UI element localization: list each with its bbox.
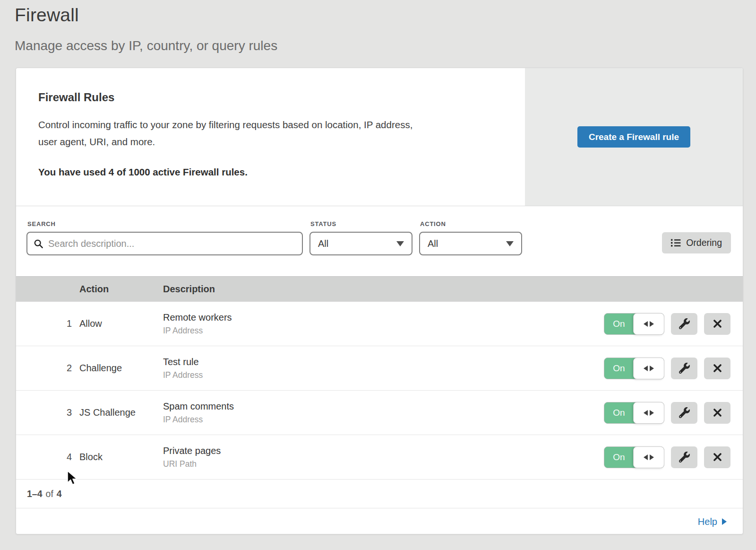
action-group: ACTION All — [419, 220, 522, 255]
close-icon — [713, 408, 722, 417]
table-header: Action Description — [16, 276, 743, 302]
help-arrow-icon — [722, 518, 727, 525]
toggle-knob[interactable] — [633, 313, 664, 335]
close-icon — [713, 453, 722, 462]
rule-action: Challenge — [79, 363, 163, 374]
rules-description-line1: Control incoming traffic to your zone by… — [38, 119, 412, 130]
pagination: 1–4 of 4 — [16, 480, 743, 508]
rule-description: Spam comments — [163, 401, 604, 412]
rule-match-type: IP Address — [163, 415, 604, 425]
page-title: Firewall — [15, 5, 756, 26]
rule-description: Private pages — [163, 445, 604, 456]
rule-toggle[interactable]: On — [604, 446, 664, 468]
action-select-value: All — [428, 238, 438, 249]
delete-rule-button[interactable] — [704, 358, 730, 379]
create-rule-panel: Create a Firewall rule — [525, 68, 743, 206]
rules-usage-count: You have used 4 of 1000 active Firewall … — [38, 166, 497, 178]
status-select[interactable]: All — [309, 232, 412, 255]
action-label: ACTION — [420, 220, 522, 227]
rule-action: Block — [79, 452, 163, 463]
rule-description-cell: Spam comments IP Address — [163, 401, 604, 425]
rule-description-cell: Test rule IP Address — [163, 357, 604, 380]
toggle-on-label: On — [604, 402, 634, 423]
edit-rule-button[interactable] — [671, 402, 697, 424]
chevron-down-icon — [396, 241, 404, 246]
rule-action: Allow — [79, 318, 163, 329]
wrench-icon — [679, 452, 690, 463]
rule-index: 1 — [16, 318, 79, 329]
rule-description-cell: Remote workers IP Address — [163, 312, 604, 336]
filter-section: SEARCH STATUS All ACTION All — [16, 206, 743, 276]
rule-controls: On — [604, 446, 743, 468]
status-group: STATUS All — [309, 220, 412, 255]
rule-match-type: IP Address — [163, 326, 604, 336]
wrench-icon — [679, 363, 690, 374]
rule-index: 3 — [16, 407, 79, 418]
intro-text-panel: Firewall Rules Control incoming traffic … — [16, 68, 525, 206]
close-icon — [713, 319, 722, 328]
toggle-right-arrow-icon — [650, 454, 654, 460]
rules-description: Control incoming traffic to your zone by… — [38, 116, 497, 150]
toggle-right-arrow-icon — [650, 366, 654, 371]
toggle-left-arrow-icon — [644, 366, 648, 371]
toggle-left-arrow-icon — [644, 410, 648, 416]
rule-controls: On — [604, 402, 743, 424]
wrench-icon — [679, 318, 690, 329]
search-icon — [34, 239, 43, 249]
rule-toggle[interactable]: On — [604, 313, 664, 335]
table-row: 3 JS Challenge Spam comments IP Address … — [16, 391, 743, 435]
table-row: 1 Allow Remote workers IP Address On — [16, 302, 743, 346]
search-group: SEARCH — [26, 220, 303, 255]
toggle-knob[interactable] — [633, 402, 664, 424]
card-footer: Help — [16, 508, 743, 534]
rule-description: Test rule — [163, 357, 604, 367]
ordering-button[interactable]: Ordering — [662, 232, 731, 253]
toggle-on-label: On — [604, 314, 634, 334]
table-row: 4 Block Private pages URI Path On — [16, 435, 743, 480]
search-box — [26, 232, 303, 255]
pagination-range: 1–4 — [27, 489, 43, 499]
create-firewall-rule-button[interactable]: Create a Firewall rule — [577, 126, 690, 148]
wrench-icon — [679, 407, 690, 418]
pagination-total: 4 — [57, 489, 62, 499]
rule-controls: On — [604, 313, 743, 335]
rules-heading: Firewall Rules — [38, 91, 497, 104]
close-icon — [713, 364, 722, 373]
help-link[interactable]: Help — [698, 516, 727, 527]
rules-table-body: 1 Allow Remote workers IP Address On — [16, 302, 743, 480]
search-label: SEARCH — [27, 220, 303, 227]
table-row: 2 Challenge Test rule IP Address On — [16, 346, 743, 391]
column-description: Description — [163, 284, 743, 295]
toggle-right-arrow-icon — [650, 321, 654, 327]
ordering-list-icon — [671, 239, 681, 247]
page-subtitle: Manage access by IP, country, or query r… — [15, 38, 756, 53]
toggle-knob[interactable] — [633, 446, 664, 468]
edit-rule-button[interactable] — [671, 446, 697, 468]
toggle-left-arrow-icon — [644, 454, 648, 460]
status-select-value: All — [318, 238, 328, 249]
rule-description-cell: Private pages URI Path — [163, 445, 604, 469]
page-header: Firewall Manage access by IP, country, o… — [0, 0, 756, 53]
search-input[interactable] — [48, 238, 296, 249]
toggle-knob[interactable] — [633, 358, 664, 379]
rule-index: 4 — [16, 452, 79, 463]
ordering-button-label: Ordering — [686, 237, 722, 248]
rules-description-line2: user agent, URI, and more. — [38, 136, 155, 147]
delete-rule-button[interactable] — [704, 402, 730, 424]
pagination-separator: of — [46, 489, 53, 499]
toggle-right-arrow-icon — [650, 410, 654, 416]
column-action: Action — [79, 284, 163, 295]
action-select[interactable]: All — [419, 232, 522, 255]
chevron-down-icon — [506, 241, 514, 246]
status-label: STATUS — [310, 220, 412, 227]
edit-rule-button[interactable] — [671, 358, 697, 379]
intro-section: Firewall Rules Control incoming traffic … — [16, 68, 743, 206]
rule-controls: On — [604, 358, 743, 379]
delete-rule-button[interactable] — [704, 313, 730, 335]
edit-rule-button[interactable] — [671, 313, 697, 335]
rule-toggle[interactable]: On — [604, 402, 664, 424]
delete-rule-button[interactable] — [704, 446, 730, 468]
rule-action: JS Challenge — [79, 407, 163, 418]
rule-toggle[interactable]: On — [604, 358, 664, 379]
firewall-rules-card: Firewall Rules Control incoming traffic … — [16, 68, 743, 534]
